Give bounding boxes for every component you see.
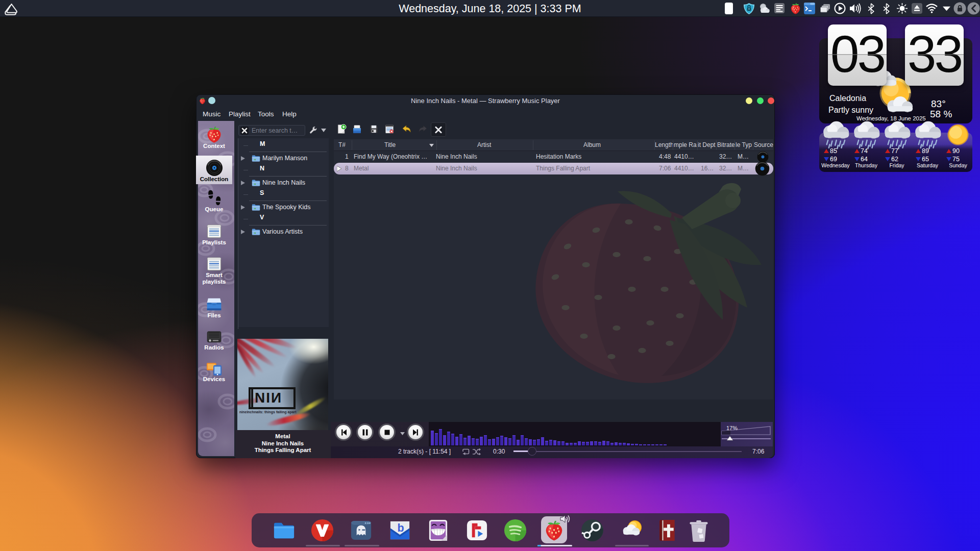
svg-text:b: b [398,522,404,534]
